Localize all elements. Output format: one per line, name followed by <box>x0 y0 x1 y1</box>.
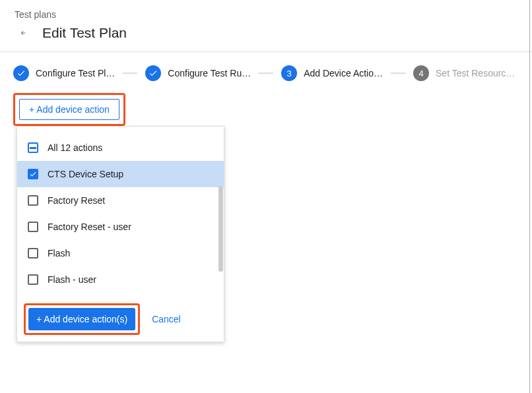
highlight-add-device-action: + Add device action <box>13 93 125 126</box>
checkbox-checked-icon[interactable] <box>28 169 38 179</box>
checkbox-icon[interactable] <box>28 195 38 206</box>
cancel-button[interactable]: Cancel <box>152 314 181 324</box>
checkbox-icon[interactable] <box>28 248 38 258</box>
step-label: Add Device Actio… <box>304 68 383 78</box>
step-connector <box>123 73 137 74</box>
add-device-actions-confirm-button[interactable]: + Add device action(s) <box>28 308 135 330</box>
back-arrow-icon[interactable] <box>13 26 26 40</box>
list-header-all-actions[interactable]: All 12 actions <box>17 135 224 161</box>
device-action-popup: All 12 actions CTS Device Setup Factory … <box>17 126 224 342</box>
list-item-factory-reset[interactable]: Factory Reset <box>17 187 224 214</box>
step-number-icon: 4 <box>413 65 429 81</box>
page-title: Edit Test Plan <box>42 25 127 41</box>
list-item-label: Factory Reset - user <box>48 222 131 232</box>
list-item-factory-reset-user[interactable]: Factory Reset - user <box>17 214 224 240</box>
highlight-add-device-actions: + Add device action(s) <box>24 303 140 335</box>
step-label: Configure Test Pl… <box>36 68 115 78</box>
step-configure-test-plan[interactable]: Configure Test Pl… <box>13 65 115 81</box>
content-area: + Add device action All 12 actions CTS D… <box>0 93 532 126</box>
window-border <box>529 0 530 393</box>
checkbox-icon[interactable] <box>28 222 38 232</box>
step-connector <box>259 73 273 74</box>
check-icon <box>145 65 161 81</box>
step-label: Configure Test Ru… <box>168 68 251 78</box>
title-row: Edit Test Plan <box>13 25 519 41</box>
popup-actions: + Add device action(s) Cancel <box>17 297 224 342</box>
checkbox-indeterminate-icon[interactable] <box>28 142 38 153</box>
check-icon <box>13 65 29 81</box>
step-number-icon: 3 <box>281 65 297 81</box>
list-item-label: Flash - user <box>48 274 96 285</box>
add-device-action-button[interactable]: + Add device action <box>19 99 119 120</box>
list-item-label: CTS Device Setup <box>48 169 123 179</box>
list-header-label: All 12 actions <box>48 142 102 153</box>
step-label: Set Test Resourc… <box>436 68 515 78</box>
step-connector <box>391 73 405 74</box>
topbar: Test plans Edit Test Plan <box>0 0 532 41</box>
scrollbar-thumb[interactable] <box>218 186 223 272</box>
list-item-flash[interactable]: Flash <box>17 240 224 266</box>
list-item-cts-device-setup[interactable]: CTS Device Setup <box>17 161 224 187</box>
action-list: All 12 actions CTS Device Setup Factory … <box>17 127 224 297</box>
checkbox-icon[interactable] <box>28 274 38 285</box>
step-configure-test-run[interactable]: Configure Test Ru… <box>145 65 251 81</box>
list-item-label: Flash <box>48 248 70 258</box>
step-set-test-resource[interactable]: 4 Set Test Resourc… <box>413 65 515 81</box>
list-item-label: Factory Reset <box>48 195 105 206</box>
stepper: Configure Test Pl… Configure Test Ru… 3 … <box>0 52 532 93</box>
list-item-flash-user[interactable]: Flash - user <box>17 266 224 293</box>
step-add-device-action[interactable]: 3 Add Device Actio… <box>281 65 383 81</box>
breadcrumb[interactable]: Test plans <box>13 9 519 20</box>
